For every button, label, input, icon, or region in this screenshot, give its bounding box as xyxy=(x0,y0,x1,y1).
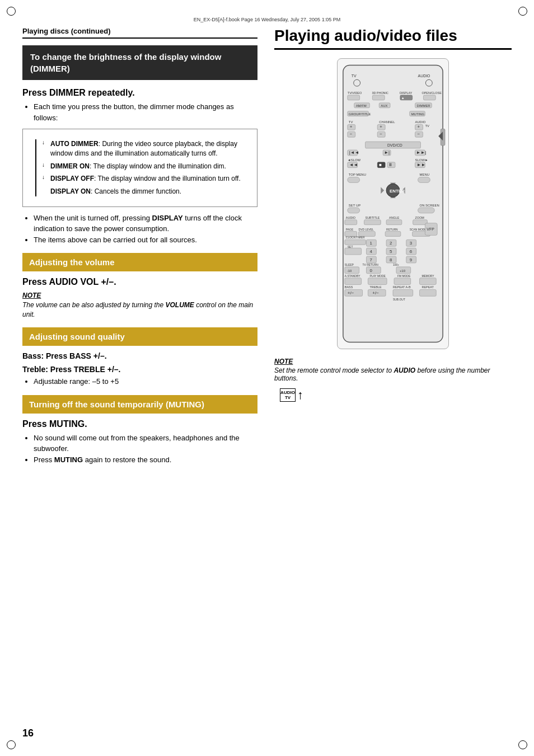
svg-text:■: ■ xyxy=(379,162,382,167)
svg-rect-13 xyxy=(423,95,435,100)
remote-control-svg: TV AUDIO TV/VIDEO 3D PHONIC DISPLAY OPEN… xyxy=(337,58,449,349)
dimmer-auto-item: ↓ AUTO DIMMER: During the video source p… xyxy=(42,139,250,158)
adjusting-volume-box: Adjusting the volume xyxy=(22,253,257,271)
svg-text:ON SCREEN: ON SCREEN xyxy=(420,204,439,207)
svg-text:3: 3 xyxy=(410,241,413,246)
svg-text:DVD/CD: DVD/CD xyxy=(387,143,402,147)
volume-note-block: NOTE The volume can be also adjusted by … xyxy=(22,292,257,320)
svg-text:-10: -10 xyxy=(347,269,352,273)
left-section-title: Playing discs (continued) xyxy=(22,27,257,39)
svg-text:A.STANDBY: A.STANDBY xyxy=(345,275,360,278)
dimmer-on-label: DIMMER ON xyxy=(50,162,90,170)
adjusting-volume-title: Adjusting the volume xyxy=(29,257,115,267)
svg-text:TOP MENU: TOP MENU xyxy=(349,173,366,177)
dimmer-off-label: DISPLAY OFF xyxy=(50,175,94,182)
svg-rect-60 xyxy=(348,177,360,182)
sound-range-list: Adjustable range: –5 to +5 xyxy=(22,376,257,387)
press-muting-heading: Press MUTING. xyxy=(22,419,257,429)
dimmer-off-desc: : The display window and the illuminatio… xyxy=(94,175,241,182)
svg-text:ENTER: ENTER xyxy=(390,189,405,194)
svg-text:+/−: +/− xyxy=(372,290,379,295)
remote-container: TV AUDIO TV/VIDEO 3D PHONIC DISPLAY OPEN… xyxy=(274,58,512,349)
svg-text:SET UP: SET UP xyxy=(349,204,360,207)
svg-text:AM/FM: AM/FM xyxy=(356,104,367,107)
svg-rect-71 xyxy=(418,208,435,213)
svg-text:DVD LEVEL: DVD LEVEL xyxy=(359,228,374,231)
svg-rect-76 xyxy=(345,220,357,225)
svg-text:TV RETURN: TV RETURN xyxy=(363,264,379,266)
page: EN_EX-D5[A]-f.book Page 16 Wednesday, Ju… xyxy=(0,0,534,756)
svg-text:FM MODE: FM MODE xyxy=(397,275,411,278)
svg-text:SUB.OUT: SUB.OUT xyxy=(393,298,405,301)
svg-text:◄SLOW: ◄SLOW xyxy=(348,158,361,162)
svg-rect-126 xyxy=(345,278,362,285)
svg-text:+: + xyxy=(350,124,353,129)
svg-text:PAGE: PAGE xyxy=(346,228,354,231)
svg-text:TV: TV xyxy=(352,74,357,78)
svg-text:+10: +10 xyxy=(400,269,406,273)
corner-mark-br xyxy=(518,740,527,749)
volume-note-text: The volume can be also adjusted by turni… xyxy=(22,300,257,320)
press-dimmer-heading: Press DIMMER repeatedly. xyxy=(22,88,257,98)
svg-text:AUDIO: AUDIO xyxy=(346,216,355,219)
file-info: EN_EX-D5[A]-f.book Page 16 Wednesday, Ju… xyxy=(22,17,512,22)
svg-text:1: 1 xyxy=(369,241,372,246)
svg-text:DIMMER: DIMMER xyxy=(417,104,431,107)
svg-text:BASS: BASS xyxy=(345,285,353,289)
dimmer-display-on-item: ↓ DISPLAY ON: Cancels the dimmer functio… xyxy=(42,187,250,196)
svg-rect-89 xyxy=(345,240,366,245)
svg-text:AUDIO: AUDIO xyxy=(415,120,426,124)
audio-tv-indicator: AUDIO TV xyxy=(280,388,296,402)
dimmer-display-on-label: DISPLAY ON xyxy=(50,187,91,195)
svg-text:ANGLE: ANGLE xyxy=(389,216,400,219)
dimmer-display-off-text: DISPLAY OFF: The display window and the … xyxy=(50,174,241,184)
svg-rect-127 xyxy=(368,278,387,285)
left-column: Playing discs (continued) To change the … xyxy=(22,27,257,469)
svg-text:VFP: VFP xyxy=(427,227,434,231)
muting-bullet-2: Press MUTING again to restore the sound. xyxy=(34,454,257,466)
right-note-text: Set the remote control mode selector to … xyxy=(274,367,512,382)
svg-text:TV: TV xyxy=(425,124,429,128)
svg-text:TV/VIDEO: TV/VIDEO xyxy=(348,91,362,95)
svg-text:DISPLAY: DISPLAY xyxy=(400,91,413,95)
svg-rect-61 xyxy=(418,177,430,182)
brightness-box: To change the brightness of the display … xyxy=(22,45,257,80)
bass-heading: Bass: Press BASS +/–. xyxy=(22,351,257,360)
svg-text:|◄◄: |◄◄ xyxy=(349,150,359,155)
svg-rect-84 xyxy=(345,232,357,237)
svg-text:−: − xyxy=(350,132,353,137)
adjusting-sound-box: Adjusting sound quality xyxy=(22,327,257,346)
press-dimmer-bullets: Each time you press the button, the dimm… xyxy=(22,101,257,123)
svg-text:0: 0 xyxy=(369,268,372,273)
audio-tv-arrow-icon: ↑ xyxy=(297,388,303,402)
svg-rect-78 xyxy=(386,220,402,225)
muting-box: Turning off the sound temporarily (MUTIN… xyxy=(22,395,257,414)
dimmer-on-desc: : The display window and the illuminatio… xyxy=(90,162,226,170)
svg-text:SCAN MODE: SCAN MODE xyxy=(410,228,427,231)
svg-text:+/−: +/− xyxy=(348,290,354,295)
svg-text:RETURN: RETURN xyxy=(386,228,398,231)
svg-text:3D PHONIC: 3D PHONIC xyxy=(372,91,388,95)
svg-text:MEMORY: MEMORY xyxy=(421,275,434,278)
svg-rect-128 xyxy=(394,278,411,285)
dimmer-on-text: DIMMER ON: The display window and the il… xyxy=(50,162,226,171)
svg-text:4: 4 xyxy=(369,249,372,254)
svg-text:►►|: ►►| xyxy=(416,150,427,155)
main-columns: Playing discs (continued) To change the … xyxy=(22,27,512,469)
adjusting-sound-title: Adjusting sound quality xyxy=(29,332,125,341)
dimmer-bullet-1: Each time you press the button, the dimm… xyxy=(34,101,257,123)
svg-rect-118 xyxy=(366,267,381,274)
dimmer-auto-label: AUTO DIMMER xyxy=(50,140,99,148)
svg-text:6: 6 xyxy=(410,249,413,254)
corner-mark-tl xyxy=(7,7,16,16)
svg-text:►►: ►► xyxy=(417,162,426,167)
corner-mark-tr xyxy=(518,7,527,16)
svg-rect-139 xyxy=(420,289,437,296)
display-bullets: When the unit is turned off, pressing DI… xyxy=(22,213,257,246)
svg-text:AUDIO: AUDIO xyxy=(418,74,431,78)
svg-text:REPEAT: REPEAT xyxy=(421,285,434,289)
svg-text:⏸: ⏸ xyxy=(388,162,393,167)
svg-text:8: 8 xyxy=(390,257,392,262)
dimmer-flow: ↓ AUTO DIMMER: During the video source p… xyxy=(35,139,250,196)
svg-text:TREBLE: TREBLE xyxy=(369,285,382,289)
